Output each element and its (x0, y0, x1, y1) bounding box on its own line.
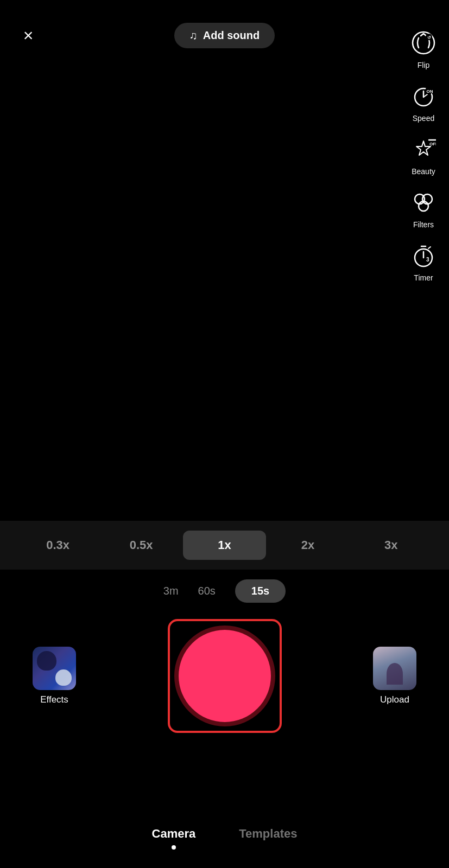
timer-label: Timer (414, 273, 433, 282)
duration-selector: 3m 60s 15s (0, 570, 449, 608)
flip-icon: ↺ (411, 30, 436, 55)
duration-15s[interactable]: 15s (235, 579, 286, 603)
svg-text:ON: ON (427, 89, 433, 94)
svg-text:OFF: OFF (429, 142, 436, 146)
effects-thumbnail (33, 647, 76, 690)
upload-thumbnail (373, 647, 416, 690)
close-button[interactable]: × (16, 23, 40, 47)
add-sound-label: Add sound (203, 29, 260, 42)
speed-selector: 0.3x 0.5x 1x 2x 3x (0, 521, 449, 570)
tab-camera[interactable]: Camera (152, 827, 196, 850)
speed-option-3x[interactable]: 3x (350, 531, 433, 560)
speed-label: Speed (413, 114, 434, 123)
right-sidebar: ↺ Flip ON Speed OFF Beauty (408, 27, 439, 290)
ghost-icon (37, 651, 56, 671)
ghost2-icon (55, 669, 72, 686)
tab-templates[interactable]: Templates (239, 827, 297, 850)
speed-option-05x[interactable]: 0.5x (99, 531, 182, 560)
beauty-icon: OFF (411, 137, 436, 162)
speed-option-03x[interactable]: 0.3x (16, 531, 99, 560)
record-button[interactable] (168, 619, 282, 733)
music-icon: ♫ (189, 29, 198, 42)
record-row: Effects Upload (0, 608, 449, 738)
tab-camera-dot (172, 845, 176, 850)
timer-icon: 3 (411, 243, 436, 268)
duration-60s[interactable]: 60s (198, 585, 216, 597)
svg-text:3: 3 (426, 257, 429, 263)
record-button-inner (179, 630, 271, 722)
timer-icon-wrap: 3 (408, 240, 439, 271)
upload-label: Upload (380, 694, 409, 705)
filters-icon (411, 190, 436, 215)
effects-button[interactable]: Effects (33, 647, 76, 705)
effects-label: Effects (40, 694, 68, 705)
speed-icon: ON (411, 84, 436, 108)
flip-label: Flip (418, 61, 430, 69)
flip-icon-wrap: ↺ (408, 27, 439, 59)
tab-templates-label: Templates (239, 827, 297, 841)
add-sound-button[interactable]: ♫ Add sound (174, 23, 275, 48)
beauty-button[interactable]: OFF Beauty (408, 133, 439, 176)
filters-icon-wrap (408, 187, 439, 218)
speed-button[interactable]: ON Speed (408, 80, 439, 123)
filters-label: Filters (413, 220, 434, 229)
tab-camera-label: Camera (152, 827, 196, 841)
beauty-label: Beauty (412, 167, 435, 176)
bottom-controls: 0.3x 0.5x 1x 2x 3x 3m 60s 15s Effects (0, 521, 449, 868)
flip-button[interactable]: ↺ Flip (408, 27, 439, 69)
speed-icon-wrap: ON (408, 80, 439, 112)
duration-3m[interactable]: 3m (163, 585, 179, 597)
beauty-icon-wrap: OFF (408, 133, 439, 165)
svg-text:↺: ↺ (427, 35, 431, 40)
timer-button[interactable]: 3 Timer (408, 240, 439, 282)
bottom-tabs: Camera Templates (0, 808, 449, 868)
upload-button[interactable]: Upload (373, 647, 416, 705)
upload-silhouette (387, 663, 403, 685)
speed-option-1x[interactable]: 1x (183, 531, 266, 560)
speed-option-2x[interactable]: 2x (266, 531, 349, 560)
header: × ♫ Add sound (0, 0, 449, 54)
filters-button[interactable]: Filters (408, 187, 439, 229)
